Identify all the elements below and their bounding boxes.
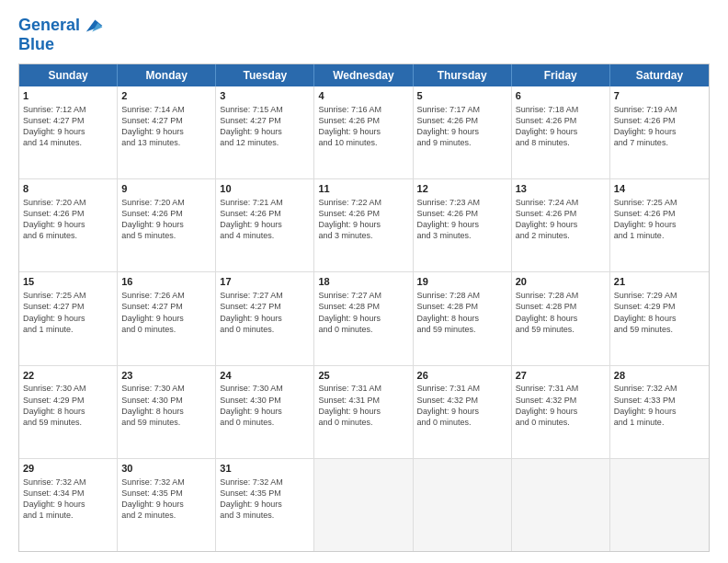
day-info: Sunrise: 7:31 AM	[417, 383, 507, 394]
day-info: Sunrise: 7:20 AM	[23, 197, 113, 208]
day-info: Daylight: 9 hours	[516, 126, 606, 137]
day-info: Sunset: 4:26 PM	[614, 115, 705, 126]
table-row: 9Sunrise: 7:20 AMSunset: 4:26 PMDaylight…	[118, 179, 216, 271]
day-info: Sunrise: 7:22 AM	[318, 197, 408, 208]
day-number: 3	[220, 89, 310, 103]
day-info: Sunset: 4:35 PM	[220, 488, 310, 499]
day-info: Sunrise: 7:21 AM	[220, 197, 310, 208]
day-number: 16	[121, 275, 211, 289]
day-info: Daylight: 9 hours	[318, 313, 408, 324]
day-info: Daylight: 8 hours	[23, 406, 113, 417]
day-header-sunday: Sunday	[19, 64, 118, 86]
table-row: 22Sunrise: 7:30 AMSunset: 4:29 PMDayligh…	[19, 366, 118, 458]
table-row: 14Sunrise: 7:25 AMSunset: 4:26 PMDayligh…	[610, 179, 709, 271]
table-row: 25Sunrise: 7:31 AMSunset: 4:31 PMDayligh…	[314, 366, 413, 458]
day-info: Sunset: 4:35 PM	[121, 488, 211, 499]
day-number: 10	[220, 182, 310, 196]
day-header-tuesday: Tuesday	[216, 64, 314, 86]
day-info: and 2 minutes.	[516, 230, 606, 241]
day-info: Sunrise: 7:30 AM	[121, 383, 211, 394]
day-info: Daylight: 9 hours	[516, 406, 606, 417]
day-info: and 0 minutes.	[121, 324, 211, 335]
day-number: 15	[23, 275, 113, 289]
day-info: and 59 minutes.	[417, 324, 507, 335]
table-row: 21Sunrise: 7:29 AMSunset: 4:29 PMDayligh…	[610, 272, 709, 364]
logo-icon	[82, 15, 104, 37]
table-row: 5Sunrise: 7:17 AMSunset: 4:26 PMDaylight…	[414, 86, 512, 178]
calendar-row-2: 8Sunrise: 7:20 AMSunset: 4:26 PMDaylight…	[19, 178, 709, 271]
table-row: 10Sunrise: 7:21 AMSunset: 4:26 PMDayligh…	[216, 179, 314, 271]
day-info: Sunset: 4:27 PM	[23, 115, 113, 126]
day-info: Daylight: 9 hours	[220, 499, 310, 510]
day-number: 18	[318, 275, 408, 289]
day-info: Sunrise: 7:12 AM	[23, 104, 113, 115]
day-info: Daylight: 9 hours	[23, 219, 113, 230]
day-info: Sunset: 4:30 PM	[121, 395, 211, 406]
day-info: Daylight: 9 hours	[220, 406, 310, 417]
day-info: Sunrise: 7:25 AM	[23, 290, 113, 301]
table-row: 17Sunrise: 7:27 AMSunset: 4:27 PMDayligh…	[216, 272, 314, 364]
day-info: Sunset: 4:26 PM	[614, 208, 705, 219]
day-info: Sunrise: 7:20 AM	[121, 197, 211, 208]
day-info: Sunset: 4:27 PM	[121, 301, 211, 312]
table-row: 6Sunrise: 7:18 AMSunset: 4:26 PMDaylight…	[512, 86, 610, 178]
table-row: 1Sunrise: 7:12 AMSunset: 4:27 PMDaylight…	[19, 86, 118, 178]
day-number: 30	[121, 462, 211, 476]
day-number: 14	[614, 182, 705, 196]
day-info: Sunrise: 7:17 AM	[417, 104, 507, 115]
day-info: Daylight: 9 hours	[614, 126, 705, 137]
table-row: 2Sunrise: 7:14 AMSunset: 4:27 PMDaylight…	[118, 86, 216, 178]
day-header-monday: Monday	[118, 64, 216, 86]
day-info: and 6 minutes.	[23, 230, 113, 241]
day-info: Daylight: 9 hours	[220, 126, 310, 137]
day-info: Sunrise: 7:32 AM	[23, 477, 113, 488]
day-number: 26	[417, 369, 507, 383]
day-info: Daylight: 8 hours	[121, 406, 211, 417]
day-info: and 0 minutes.	[318, 324, 408, 335]
table-row	[610, 459, 709, 551]
calendar-header: SundayMondayTuesdayWednesdayThursdayFrid…	[19, 64, 709, 86]
day-info: and 0 minutes.	[220, 324, 310, 335]
page: General Blue SundayMondayTuesdayWednesda…	[0, 0, 728, 563]
day-number: 21	[614, 275, 705, 289]
day-info: and 59 minutes.	[614, 324, 705, 335]
day-info: and 7 minutes.	[614, 137, 705, 148]
day-info: Sunset: 4:28 PM	[318, 301, 408, 312]
day-info: Sunrise: 7:19 AM	[614, 104, 705, 115]
table-row: 8Sunrise: 7:20 AMSunset: 4:26 PMDaylight…	[19, 179, 118, 271]
logo-blue: Blue	[18, 35, 104, 54]
day-info: and 1 minute.	[23, 324, 113, 335]
table-row: 28Sunrise: 7:32 AMSunset: 4:33 PMDayligh…	[610, 366, 709, 458]
day-header-thursday: Thursday	[414, 64, 512, 86]
day-info: and 0 minutes.	[516, 417, 606, 428]
day-info: Daylight: 8 hours	[417, 313, 507, 324]
calendar: SundayMondayTuesdayWednesdayThursdayFrid…	[18, 63, 710, 552]
day-info: Daylight: 9 hours	[220, 219, 310, 230]
day-info: Sunset: 4:26 PM	[318, 208, 408, 219]
logo-text: General	[18, 17, 80, 35]
day-info: and 9 minutes.	[417, 137, 507, 148]
day-info: and 3 minutes.	[220, 510, 310, 521]
day-number: 27	[516, 369, 606, 383]
day-info: Sunrise: 7:25 AM	[614, 197, 705, 208]
day-info: and 1 minute.	[23, 510, 113, 521]
day-number: 22	[23, 369, 113, 383]
day-number: 29	[23, 462, 113, 476]
day-number: 2	[121, 89, 211, 103]
calendar-row-3: 15Sunrise: 7:25 AMSunset: 4:27 PMDayligh…	[19, 271, 709, 364]
day-info: and 5 minutes.	[121, 230, 211, 241]
day-info: Sunset: 4:27 PM	[220, 115, 310, 126]
day-info: Sunset: 4:27 PM	[121, 115, 211, 126]
day-number: 5	[417, 89, 507, 103]
day-info: Daylight: 9 hours	[318, 219, 408, 230]
day-number: 13	[516, 182, 606, 196]
table-row	[314, 459, 413, 551]
day-info: Daylight: 9 hours	[121, 313, 211, 324]
day-info: and 59 minutes.	[23, 417, 113, 428]
table-row: 15Sunrise: 7:25 AMSunset: 4:27 PMDayligh…	[19, 272, 118, 364]
day-info: Sunset: 4:28 PM	[516, 301, 606, 312]
day-number: 7	[614, 89, 705, 103]
day-info: Daylight: 9 hours	[23, 313, 113, 324]
day-info: Sunrise: 7:32 AM	[121, 477, 211, 488]
day-number: 6	[516, 89, 606, 103]
